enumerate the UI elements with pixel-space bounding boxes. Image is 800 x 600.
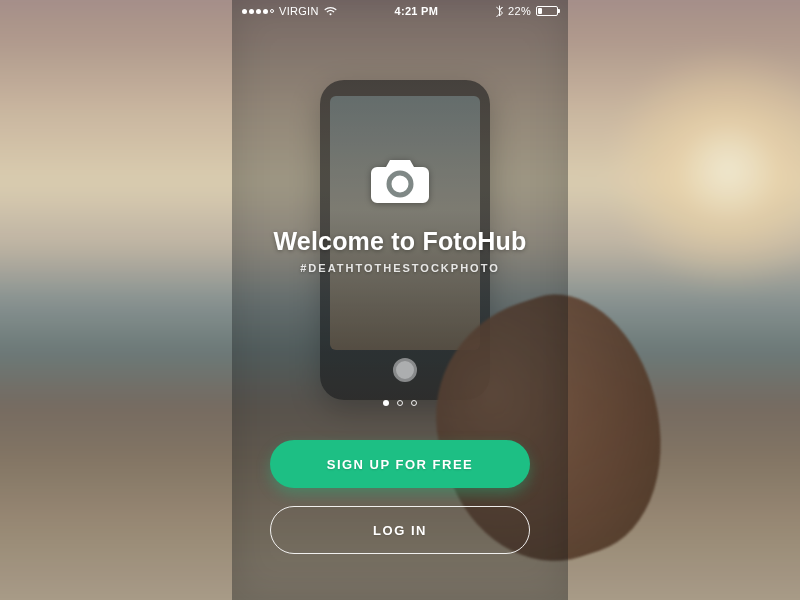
page-dot-3[interactable] — [411, 400, 417, 406]
battery-icon — [536, 6, 558, 16]
wifi-icon — [324, 6, 337, 16]
status-bar: VIRGIN 4:21 PM 22% — [232, 0, 568, 22]
page-indicator[interactable] — [232, 400, 568, 406]
battery-percent: 22% — [508, 5, 531, 17]
clock: 4:21 PM — [395, 5, 439, 17]
login-button[interactable]: LOG IN — [270, 506, 530, 554]
page-dot-2[interactable] — [397, 400, 403, 406]
status-left: VIRGIN — [242, 5, 337, 17]
tagline: #DEATHTOTHESTOCKPHOTO — [300, 262, 499, 274]
auth-actions: SIGN UP FOR FREE LOG IN — [232, 440, 568, 554]
signal-strength-icon — [242, 9, 274, 14]
camera-icon — [369, 155, 431, 209]
hero: Welcome to FotoHub #DEATHTOTHESTOCKPHOTO — [232, 155, 568, 274]
bluetooth-icon — [496, 5, 503, 17]
signup-button-label: SIGN UP FOR FREE — [327, 457, 474, 472]
carrier-label: VIRGIN — [279, 5, 319, 17]
page-dot-1[interactable] — [383, 400, 389, 406]
welcome-title: Welcome to FotoHub — [273, 227, 526, 256]
signup-button[interactable]: SIGN UP FOR FREE — [270, 440, 530, 488]
status-right: 22% — [496, 5, 558, 17]
login-button-label: LOG IN — [373, 523, 427, 538]
